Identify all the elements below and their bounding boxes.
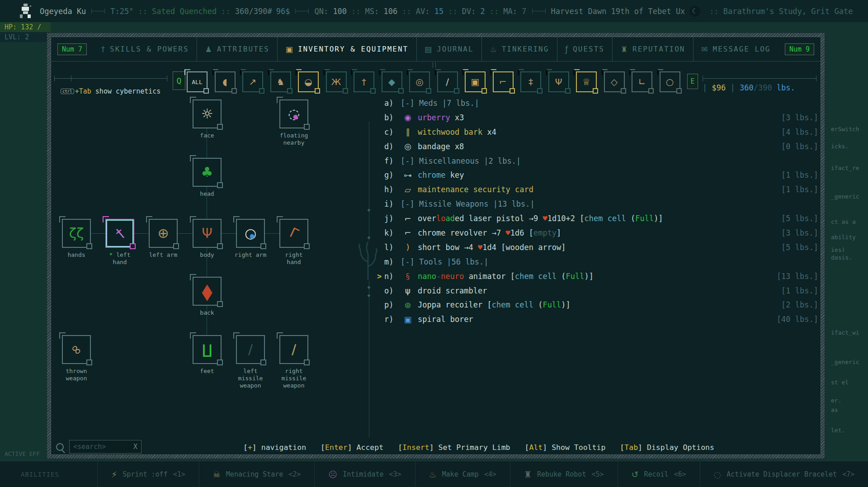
hands-item-icon: ζζ: [69, 227, 84, 240]
filter-food[interactable]: ◖: [215, 71, 236, 92]
tab-tinkering[interactable]: ♨TINKERING: [481, 37, 557, 61]
equipment-slot-hands[interactable]: ζζ: [62, 219, 91, 248]
filter-tonic[interactable]: ♕: [576, 71, 597, 92]
item-weight: [1 lbs.]: [781, 286, 818, 295]
inventory-item-bandage[interactable]: d)◎bandage x8[0 lbs.]: [384, 139, 818, 154]
filter-chest[interactable]: ▣: [465, 71, 486, 92]
search-clear-button[interactable]: X: [133, 443, 137, 451]
search-input[interactable]: <search> X: [69, 440, 142, 454]
inventory-category-row[interactable]: i)[-] Missile Weapons |13 lbs.|: [384, 197, 818, 211]
tab-inventory-equipment[interactable]: ▣INVENTORY & EQUIPMENT: [277, 37, 416, 61]
item-weight: [0 lbs.]: [781, 142, 818, 151]
filter-boot[interactable]: ∟: [632, 71, 652, 92]
ability-recoil[interactable]: ↺Recoil<6>: [618, 461, 700, 487]
inventory-item-nano-neuro-animator[interactable]: >n)§nano-neuro animator [chem cell (Full…: [384, 269, 818, 284]
item-letter: r): [384, 315, 401, 324]
inventory-item-overloaded-laser-pistol[interactable]: j)⌐overloaded laser pistol →9 ♥1d10+2 [c…: [384, 211, 818, 226]
equipment-slot-right-hand[interactable]: Γ: [279, 219, 308, 248]
tab-quests[interactable]: ƒQUESTS: [557, 37, 613, 61]
inventory-item-droid-scrambler[interactable]: o)ψdroid scrambler[1 lbs.]: [384, 284, 818, 298]
ability-menacing-stare[interactable]: ☠Menacing Stare<2>: [199, 461, 315, 487]
filter-amulet-icon: ◎: [415, 77, 423, 86]
player-name: Ogeyeda Ku: [40, 7, 86, 16]
tab-message-log[interactable]: ✉MESSAGE LOG: [693, 37, 778, 61]
filter-shortblade[interactable]: †: [354, 71, 374, 92]
equipment-slot-left-missile-weapon[interactable]: ∕: [236, 335, 265, 364]
filter-scroll[interactable]: ◇: [604, 71, 625, 92]
inventory-item-spiral-borer[interactable]: r)▣spiral borer[40 lbs.]: [384, 312, 818, 326]
tab-journal[interactable]: ▤JOURNAL: [416, 37, 481, 61]
filter-trinket[interactable]: Ж: [326, 71, 347, 92]
face-item-icon: ☼: [201, 107, 213, 121]
filter-longblade[interactable]: ‡: [520, 71, 541, 92]
ability-intimidate[interactable]: ☹Intimidate<3>: [314, 461, 415, 487]
equipment-slot-floating-nearby[interactable]: ◌●: [279, 99, 308, 128]
weight-current: 360: [740, 83, 754, 92]
equipment-slot-right-arm[interactable]: ○●: [236, 219, 265, 248]
player-sprite-icon: [15, 3, 34, 20]
stat-readouts: QN: 100::MS: 106::AV: 15::DV: 2::MA: 7: [314, 7, 526, 16]
inventory-category-row[interactable]: m)[-] Tools |56 lbs.|: [384, 255, 818, 269]
filter-gem[interactable]: ◆: [382, 71, 402, 92]
inventory-item-urberry[interactable]: b)◉urberry x3[3 lbs.]: [384, 110, 818, 125]
filter-pistol[interactable]: ⌐: [493, 71, 514, 92]
inventory-item-chrome-key[interactable]: g)⊶chrome key[1 lbs.]: [384, 168, 818, 182]
filter-armor[interactable]: Ψ: [548, 71, 569, 92]
tab-reputation[interactable]: ♜REPUTATION: [612, 37, 693, 61]
divider-dot: ◆: [368, 293, 371, 297]
background-text-fragment: _generic: [831, 359, 859, 365]
filter-water-container[interactable]: ◒: [298, 71, 319, 92]
equipment-slot-label-hands: hands: [59, 251, 94, 259]
ability-sprint[interactable]: ⚡Sprint :off<1>: [97, 461, 199, 487]
search-icon: [56, 443, 64, 451]
stat-label: QN:: [314, 7, 333, 16]
equipment-slot-label-body: body: [190, 251, 224, 259]
inventory-category-row[interactable]: f)[-] Miscellaneous |2 lbs.|: [384, 154, 818, 168]
overloaded-laser-pistol-icon: ⌐: [401, 214, 415, 223]
divider-dot: ◆: [368, 208, 371, 212]
right-arm-gem-icon: ●: [250, 232, 255, 239]
equipment-slot-body[interactable]: Ψ: [193, 219, 222, 248]
item-letter: g): [384, 170, 401, 180]
equipment-slot-back[interactable]: ◆: [193, 277, 222, 306]
tab-skills-powers[interactable]: †SKILLS & POWERS: [93, 37, 197, 61]
carry-weight: 360/390#: [235, 7, 272, 16]
equipment-slot-head[interactable]: ♣: [193, 158, 222, 187]
item-letter: a): [384, 99, 401, 108]
tab-attributes[interactable]: ♟ATTRIBUTES: [197, 37, 277, 61]
filter-all[interactable]: ALL: [187, 71, 208, 92]
equipment-slot-right-missile-weapon[interactable]: ∕: [279, 335, 308, 364]
equipment-slot-face[interactable]: ☼: [193, 99, 222, 128]
inventory-item-witchwood-bark[interactable]: c)∥witchwood bark x4[4 lbs.]: [384, 125, 818, 139]
filter-amulet[interactable]: ◎: [409, 71, 430, 92]
inventory-item-maintenance-security-card[interactable]: h)▱maintenance security card[1 lbs.]: [384, 182, 818, 197]
filter-corpse[interactable]: ♞: [270, 71, 291, 92]
filter-ring[interactable]: ○: [660, 71, 680, 92]
ability-make-camp[interactable]: ♨Make Camp<4>: [415, 461, 510, 487]
inventory-item-chrome-revolver[interactable]: k)⌐chrome revolver →7 ♥1d6 [empty][3 lbs…: [384, 226, 818, 240]
inventory-item-joppa-recoiler[interactable]: p)⊛Joppa recoiler [chem cell (Full)][2 l…: [384, 298, 818, 312]
droid-scrambler-icon: ψ: [401, 286, 415, 295]
background-text-fragment: ifact_re: [831, 165, 859, 171]
background-text-fragment: let.: [831, 427, 845, 434]
item-weight: [3 lbs.]: [781, 113, 818, 122]
inventory-item-short-bow[interactable]: l))short bow →4 ♥1d4 [wooden arrow][5 lb…: [384, 240, 818, 255]
filter-scroll-left-key[interactable]: Q: [173, 71, 185, 90]
background-text-fragment: erSwitch: [831, 126, 859, 132]
ability-hotkey: <2>: [288, 470, 301, 478]
inventory-category-row[interactable]: a)[-] Meds |7 lbs.|: [384, 96, 818, 110]
filter-ammo[interactable]: ↗: [242, 71, 263, 92]
filter-scroll-right-key[interactable]: E: [687, 74, 698, 89]
filter-rod[interactable]: ∕: [437, 71, 458, 92]
filter-chest-icon: ▣: [471, 77, 480, 86]
equipment-slot-left-arm[interactable]: ⊕: [149, 219, 178, 248]
ability-activate-displacer-bracelet[interactable]: ◌Activate Displacer Bracelet<7>: [700, 461, 868, 487]
equipment-slot-feet[interactable]: ∐: [193, 335, 222, 364]
frame-line: [54, 76, 167, 81]
ability-rebuke-robot[interactable]: ♜Rebuke Robot<5>: [510, 461, 618, 487]
equipment-slot-left-hand[interactable]: †: [105, 219, 134, 248]
equipment-slot-thrown-weapon[interactable]: ∞: [62, 335, 91, 364]
joppa-recoiler-icon: ⊛: [401, 300, 415, 310]
frame-tick: [433, 62, 433, 68]
spiral-borer-icon: ▣: [401, 315, 415, 324]
